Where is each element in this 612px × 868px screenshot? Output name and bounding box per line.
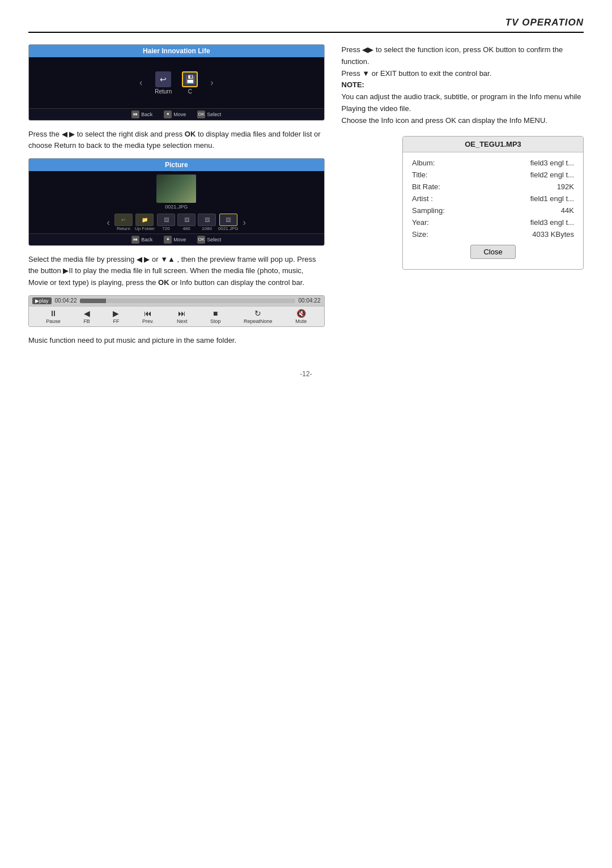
pause-label: Pause [46,318,61,324]
info-label-year: Year: [412,218,457,227]
return-icon: ↩ [155,71,171,87]
paragraph1: Press the ◀ ▶ to select the right disk a… [28,129,325,151]
ok-icon: OK [197,110,205,118]
time-end: 00:04:22 [299,297,321,304]
fb-label: FB [83,318,90,324]
screen2-move-btn: ✦ Move [164,236,186,244]
picture-preview-label: 0021.JPG [165,204,188,211]
info-row-artist: Artist : field1 engl t... [412,193,574,205]
thumb-720: 🖼 720 [157,214,175,231]
thumb-1080-img: 🖼 [198,214,216,226]
info-row-title: Title: field2 engl t... [412,169,574,181]
content-wrapper: Haier Innovation Life ‹ ↩ Return 💾 C › [28,44,584,353]
screen1-icon-c: 💾 C [182,71,198,95]
note-label: NOTE: [342,80,364,89]
info-label-sampling: Sampling: [412,206,457,215]
progress-bar-filled [80,299,105,303]
info-value-artist: field1 engl t... [530,194,574,203]
screen1-icon-return: ↩ Return [155,71,172,95]
screen2-arrow-left: ‹ [105,218,112,228]
stop-label: Stop [210,318,221,324]
screen2-nav-bar: ⏮ Back ✦ Move OK Select [29,233,324,245]
mute-label: Mute [295,318,307,324]
screen2-move-icon: ✦ [164,236,172,244]
next-button[interactable]: ⏭ Next [177,309,188,324]
screen2-select-btn: OK Select [197,236,221,244]
screen2-back-btn: ⏮ Back [131,236,152,244]
repeat-label: RepeatNone [244,318,273,324]
paragraph3: Music function need to put music and pic… [28,335,325,346]
fb-button[interactable]: ◀ FB [83,309,90,324]
info-panel: OE_TEGU1.MP3 Album: field3 engl t... Tit… [402,136,584,270]
info-panel-body: Album: field3 engl t... Title: field2 en… [403,152,583,269]
screen2-back-icon: ⏮ [131,236,139,244]
paragraph2: Select the media file by pressing ◀ ▶ or… [28,254,325,288]
picture-preview-image [156,175,196,203]
thumb-return: ↩ Return [114,214,133,231]
info-close-button[interactable]: Close [470,245,515,259]
screen1-arrow-right: › [208,78,215,88]
prev-button[interactable]: ⏮ Prev. [142,309,154,324]
pause-icon: ⏸ [49,309,57,318]
thumb-upfolder-icon: 📁 [135,214,154,226]
fb-icon: ◀ [84,309,90,318]
info-row-size: Size: 4033 KBytes [412,228,574,240]
drive-icon: 💾 [182,71,198,87]
play-badge: ▶play [32,297,52,304]
info-label-size: Size: [412,230,457,239]
info-row-album: Album: field3 engl t... [412,157,574,169]
info-value-year: field3 engl t... [530,218,574,227]
mute-button[interactable]: 🔇 Mute [295,309,307,324]
ff-icon: ▶ [113,309,119,318]
ff-button[interactable]: ▶ FF [113,309,119,324]
info-value-size: 4033 KBytes [532,230,574,239]
screen1-box: Haier Innovation Life ‹ ↩ Return 💾 C › [28,44,325,121]
left-column: Haier Innovation Life ‹ ↩ Return 💾 C › [28,44,325,353]
instruction-line1: Press ◀▶ to select the function icon, pr… [342,44,584,68]
info-row-year: Year: field3 engl t... [412,216,574,228]
controls-row: ⏸ Pause ◀ FB ▶ FF ⏮ Prev. ⏭ Next [29,306,324,326]
info-row-sampling: Sampling: 44K [412,205,574,216]
screen1-move-btn: ✦ Move [164,110,186,118]
prev-icon: ⏮ [144,309,152,318]
progress-bar [80,299,295,303]
thumb-720-img: 🖼 [157,214,175,226]
screen1-body: ‹ ↩ Return 💾 C › [29,57,324,108]
prev-label: Prev. [142,318,154,324]
ff-label: FF [113,318,119,324]
screen1-title: Haier Innovation Life [29,45,324,57]
info-label-bitrate: Bit Rate: [412,182,457,191]
thumb-480-img: 🖼 [177,214,196,226]
page-header: TV OPERATION [28,17,584,33]
page-number: -12- [300,370,312,378]
thumb-1080: 🖼 1080 [198,214,216,231]
screen2-body: 0021.JPG ‹ ↩ Return 📁 Up Folder 🖼 720 [29,171,324,233]
screen2-arrow-right: › [241,218,248,228]
page-footer: -12- [28,370,584,378]
next-icon: ⏭ [178,309,186,318]
pause-button[interactable]: ⏸ Pause [46,309,61,324]
stop-button[interactable]: ■ Stop [210,309,221,324]
info-label-album: Album: [412,159,457,167]
note-line2: Choose the Info icon and press OK can di… [342,115,584,127]
screen1-select-btn: OK Select [197,110,221,118]
back-icon: ⏮ [131,110,139,118]
thumb-selected-img: 🖼 [219,214,237,226]
thumb-0021jpg: 🖼 0021.JPG [218,214,239,231]
right-column: Press ◀▶ to select the function icon, pr… [342,44,584,353]
thumb-return-icon: ↩ [114,214,133,226]
note-line1: You can adjust the audio track, subtitle… [342,91,584,115]
picture-preview-area [156,171,196,204]
time-start: 00:04:22 [55,297,77,304]
screen1-nav-bar: ⏮ Back ✦ Move OK Select [29,108,324,120]
info-value-title: field2 engl t... [530,171,574,179]
info-label-title: Title: [412,171,457,179]
info-close-row: Close [412,240,574,265]
right-instructions: Press ◀▶ to select the function icon, pr… [342,44,584,127]
info-row-bitrate: Bit Rate: 192K [412,181,574,193]
control-bar-wrapper: ▶play 00:04:22 00:04:22 ⏸ Pause ◀ FB ▶ [28,295,325,327]
info-value-sampling: 44K [561,206,574,215]
repeat-button[interactable]: ↻ RepeatNone [244,309,273,324]
screen1-icons-row: ‹ ↩ Return 💾 C › [33,68,320,98]
info-value-bitrate: 192K [557,182,574,191]
